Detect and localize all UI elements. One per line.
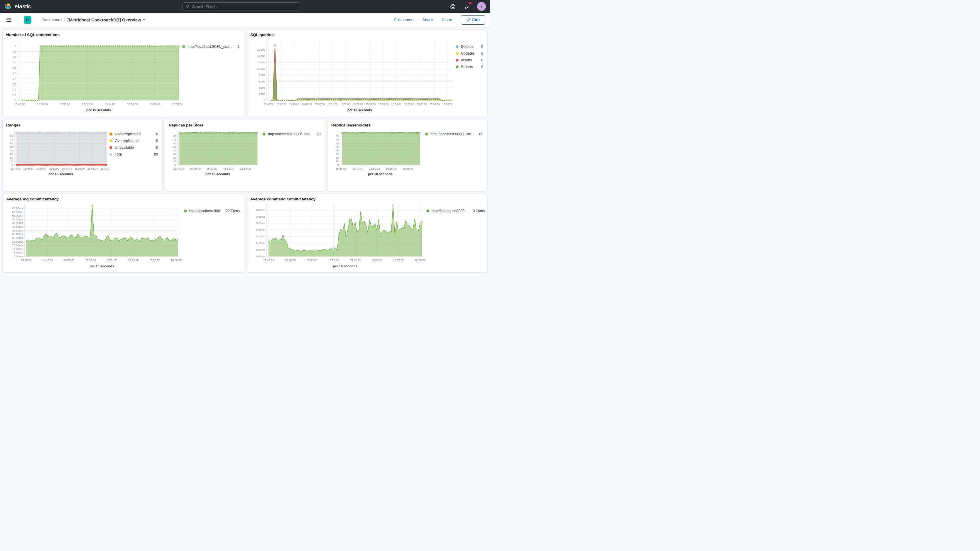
log-commit-latency-chart[interactable]: 0.00ms5.00ms10.00ms15.00ms20.00ms25.00ms… <box>6 202 182 264</box>
svg-text:15:58:00: 15:58:00 <box>402 167 414 170</box>
svg-text:0: 0 <box>175 163 176 166</box>
replicas-per-store-chart[interactable]: 0102030405060708015:46:0015:49:0015:52:0… <box>169 128 260 172</box>
legend-series-dot-icon <box>110 139 112 142</box>
svg-text:15:52:00: 15:52:00 <box>49 167 59 170</box>
legend-series-value: 89 <box>313 132 321 136</box>
x-axis-title: per 10 seconds <box>178 172 258 176</box>
svg-text:15:48:00: 15:48:00 <box>289 103 299 106</box>
svg-text:0.2: 0.2 <box>13 88 16 91</box>
svg-text:15:54:00: 15:54:00 <box>105 102 115 106</box>
legend-series-value: 0 <box>478 65 483 69</box>
svg-text:50: 50 <box>173 145 176 148</box>
svg-text:15:56:00: 15:56:00 <box>75 167 85 170</box>
svg-text:1: 1 <box>15 44 16 48</box>
svg-text:80: 80 <box>10 135 13 138</box>
svg-text:20: 20 <box>336 156 339 159</box>
legend-series-label: http://localhost:808... <box>189 209 220 213</box>
ranges-chart[interactable]: 0102030405060708015:46:0015:48:0015:50:0… <box>6 128 110 172</box>
chart-legend: http://localhost:8080/_sta...89 <box>262 128 321 176</box>
global-search[interactable] <box>183 2 300 11</box>
svg-text:15:58:00: 15:58:00 <box>150 102 160 106</box>
legend-item[interactable]: http://localhost:808...22.74ms <box>184 209 240 213</box>
svg-text:15:50:00: 15:50:00 <box>306 258 317 262</box>
svg-text:15:52:00: 15:52:00 <box>85 258 96 262</box>
svg-text:50: 50 <box>336 145 339 148</box>
legend-series-value: 0 <box>478 58 483 62</box>
svg-text:15:49:00: 15:49:00 <box>352 167 363 170</box>
elastic-logo[interactable]: elastic <box>4 3 31 11</box>
svg-text:25.00ms: 25.00ms <box>12 236 23 239</box>
legend-item[interactable]: Total89 <box>110 152 158 156</box>
svg-text:15:46:00: 15:46:00 <box>14 102 25 106</box>
svg-text:10: 10 <box>10 160 13 163</box>
svg-text:10,000: 10,000 <box>257 67 265 70</box>
svg-text:15:53:00: 15:53:00 <box>353 103 363 106</box>
page-title[interactable]: [Metricbeat CockroachDB] Overview <box>67 18 146 22</box>
chevron-down-icon <box>143 19 146 21</box>
svg-text:15:50:00: 15:50:00 <box>64 258 75 262</box>
x-axis-title: per 10 seconds <box>14 172 107 176</box>
menu-button[interactable] <box>0 13 18 27</box>
legend-series-dot-icon <box>110 146 112 149</box>
breadcrumb-dashboard-link[interactable]: Dashboard <box>42 18 62 22</box>
svg-text:15:52:00: 15:52:00 <box>82 102 93 106</box>
help-lifering-icon <box>450 4 456 10</box>
legend-item[interactable]: Deletes0 <box>456 45 483 49</box>
search-input[interactable] <box>192 5 297 9</box>
legend-series-value: 0 <box>478 45 483 49</box>
whats-new-button[interactable] <box>463 3 471 10</box>
edit-button[interactable]: Edit <box>461 15 485 25</box>
elastic-logo-icon <box>4 3 12 11</box>
chart-legend: Underreplicated0Overreplicated0Unavailab… <box>110 128 159 176</box>
legend-item[interactable]: Selects0 <box>456 65 483 69</box>
legend-series-dot-icon <box>262 133 266 135</box>
sql-queries-chart[interactable]: 02,0004,0006,0008,00010,00012,00014,0001… <box>250 38 456 108</box>
svg-text:70: 70 <box>10 138 13 141</box>
space-switcher[interactable]: D <box>18 13 37 27</box>
legend-item[interactable]: http://localhost:8080/_sta...89 <box>262 132 321 136</box>
clone-button[interactable]: Clone <box>442 18 452 22</box>
svg-text:16,000: 16,000 <box>257 48 265 51</box>
svg-text:16:00:00: 16:00:00 <box>171 258 181 262</box>
svg-text:10.00ms: 10.00ms <box>12 247 23 250</box>
sql-connections-chart[interactable]: 00.10.20.30.40.50.60.70.80.9115:46:0015:… <box>6 38 182 108</box>
svg-text:15:57:00: 15:57:00 <box>404 103 414 106</box>
legend-item[interactable]: http://localhost:8080...0.26ms <box>426 209 485 213</box>
legend-item[interactable]: Updates0 <box>456 51 483 56</box>
svg-text:12,000: 12,000 <box>257 61 265 64</box>
legend-item[interactable]: http://localhost:8080/_sta...89 <box>425 132 483 136</box>
x-axis-title: per 10 seconds <box>267 264 423 268</box>
svg-text:4,000: 4,000 <box>258 86 265 89</box>
share-button[interactable]: Share <box>422 18 433 22</box>
svg-text:0.30ms: 0.30ms <box>256 215 265 218</box>
svg-text:15:58:00: 15:58:00 <box>240 167 251 170</box>
svg-text:0.9: 0.9 <box>13 50 16 53</box>
legend-item[interactable]: Unavailable0 <box>110 145 158 150</box>
legend-item[interactable]: Overreplicated0 <box>110 139 158 143</box>
replica-leaseholders-chart[interactable]: 0102030405060708015:46:0015:49:0015:52:0… <box>331 128 422 172</box>
x-axis-title: per 10 seconds <box>266 108 453 112</box>
user-avatar[interactable]: r <box>477 2 486 11</box>
legend-item[interactable]: http://localhost:8080/_stat...1 <box>182 45 240 49</box>
svg-text:15:48:00: 15:48:00 <box>285 258 296 262</box>
chart-legend: http://localhost:8080/_stat...1 <box>182 38 240 112</box>
svg-text:60: 60 <box>10 142 13 145</box>
legend-series-label: http://localhost:8080/_stat... <box>188 45 232 49</box>
chart-legend: Deletes0Updates0Inserts0Selects0 <box>456 38 484 112</box>
command-commit-latency-chart[interactable]: 0.00ms0.05ms0.10ms0.15ms0.20ms0.25ms0.30… <box>250 202 426 264</box>
svg-text:15:52:00: 15:52:00 <box>328 258 339 262</box>
legend-series-value: 22.74ms <box>223 209 240 213</box>
fullscreen-button[interactable]: Full screen <box>394 18 414 22</box>
legend-series-label: Overreplicated <box>115 139 138 143</box>
svg-text:15:46:00: 15:46:00 <box>264 103 274 106</box>
panel-sql-queries: SQL queries 02,0004,0006,0008,00010,0001… <box>247 29 488 117</box>
legend-item[interactable]: Inserts0 <box>456 58 483 62</box>
svg-text:55.00ms: 55.00ms <box>12 214 23 217</box>
legend-item[interactable]: Underreplicated0 <box>110 132 158 136</box>
svg-text:15:56:00: 15:56:00 <box>128 258 139 262</box>
help-button[interactable] <box>449 3 457 10</box>
svg-text:15:58:00: 15:58:00 <box>393 258 404 262</box>
legend-series-dot-icon <box>182 45 185 48</box>
svg-text:15:52:00: 15:52:00 <box>340 103 350 106</box>
svg-text:8,000: 8,000 <box>258 74 265 76</box>
